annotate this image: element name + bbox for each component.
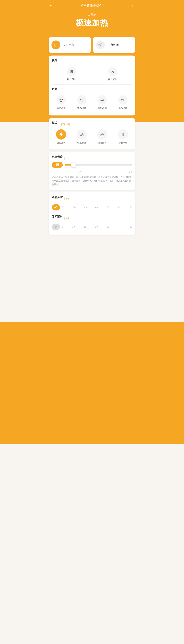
warm-high-button[interactable]: 暖风高挡 (52, 94, 71, 111)
light-delay-badge[interactable]: off (52, 224, 60, 230)
dry-icon (118, 129, 128, 140)
light-delay-row: off 5 10 15 20 30 45 60 (52, 224, 132, 230)
bath-delay-title-row: 浴霸延时 | off (52, 196, 132, 202)
temp-current-label: 30℃ (66, 157, 72, 160)
vent-high-label: 换气高挡 (67, 78, 76, 81)
svg-line-11 (60, 100, 61, 101)
blow-low-label: 吹风低挡 (118, 106, 127, 109)
temp-mark-35: 35 (78, 171, 81, 174)
light-delay-5[interactable]: 5 (62, 226, 63, 228)
bath-delay-row: off 15 30 45 60 75 90 120 (52, 204, 132, 210)
svg-point-3 (61, 99, 62, 100)
stop-icon: ⊖ (51, 40, 60, 49)
mode-title: 模式 (52, 121, 57, 125)
light-delay-options: 5 10 15 20 30 45 60 (62, 226, 132, 228)
hero-title: 极速加热 (46, 18, 138, 28)
bath-delay-current: off (66, 197, 69, 200)
blow-low-icon (118, 95, 127, 104)
svg-point-1 (71, 71, 72, 72)
bath-delay-75[interactable]: 75 (106, 206, 109, 208)
warm-low-button[interactable]: 暖风低挡 (72, 94, 91, 111)
temp-marks: 25 35 – 45 (52, 171, 132, 174)
ventilation-title: 换气 (52, 59, 132, 62)
menu-button[interactable]: ⋮ (131, 3, 135, 8)
svg-line-8 (60, 98, 61, 99)
bath-delay-120[interactable]: 120 (128, 206, 132, 208)
blow-low-button[interactable]: 吹风低挡 (113, 94, 132, 111)
open-light-button[interactable]: 开启照明 (93, 37, 135, 53)
bath-delay-title: 浴霸延时 (52, 196, 63, 199)
back-button[interactable]: ← (49, 3, 53, 8)
temp-slider[interactable] (65, 162, 132, 168)
warm-low-label: 暖风低挡 (77, 106, 86, 109)
mode-card: 模式 | 极速加热 极速加热 (49, 118, 135, 150)
warm-high-icon (57, 95, 66, 104)
mode-fast-defog-button[interactable]: 快速除雾 (72, 128, 91, 146)
light-delay-45[interactable]: 45 (118, 226, 121, 228)
bath-delay-90[interactable]: 90 (117, 206, 120, 208)
temp-thumb[interactable] (71, 162, 76, 167)
header-title: 米家智能浴霸Pro (81, 3, 103, 7)
wind-title: 送风 (52, 87, 132, 91)
mode-fast-defog-label: 快速除雾 (77, 141, 86, 144)
bath-delay-15[interactable]: 15 (62, 206, 64, 208)
vent-low-icon (108, 67, 117, 76)
svg-line-9 (62, 100, 62, 101)
bath-delay-45[interactable]: 45 (84, 206, 87, 208)
light-delay-title: 照明延时 (52, 215, 63, 219)
fast-defog-icon (77, 129, 87, 140)
temp-title-row: 目标温度 | 30℃ (52, 155, 132, 162)
light-delay-15[interactable]: 15 (84, 226, 86, 228)
temperature-card: 目标温度 | 30℃ 25 25 35 – 45 设置温度后，极速加热、暖风和恒… (49, 152, 135, 190)
bath-delay-card: 浴霸延时 | off off 15 30 45 60 75 90 120 照明延… (49, 192, 135, 235)
mode-current: 极速加热 (61, 123, 70, 126)
bath-delay-options: 15 30 45 60 75 90 120 (62, 206, 132, 208)
header: ← 米家智能浴霸Pro ⋮ (46, 0, 138, 9)
mode-title-row: 模式 | 极速加热 (52, 121, 132, 128)
cards-container: ⊖ 停止浴霸 开启照明 换气 (46, 35, 138, 240)
light-label: 开启照明 (107, 43, 119, 47)
warm-low-icon (77, 95, 86, 104)
temp-track (65, 164, 132, 166)
temp-badge: 25 (52, 162, 63, 168)
blow-high-icon (98, 95, 107, 104)
hero-section: 已开启 极速加热 (46, 9, 138, 35)
light-delay-10[interactable]: 10 (72, 226, 75, 228)
mode-const-defog-button[interactable]: 恒温除雾 (93, 128, 112, 146)
svg-point-0 (99, 44, 101, 46)
light-delay-30[interactable]: 30 (107, 226, 109, 228)
mode-fast-heat-button[interactable]: 极速加热 (52, 128, 71, 146)
svg-marker-17 (59, 132, 63, 137)
bath-delay-badge[interactable]: off (52, 204, 60, 210)
blow-high-button[interactable]: 吹风高挡 (93, 94, 112, 111)
vent-low-button[interactable]: 换气低挡 (93, 65, 132, 83)
bath-delay-60[interactable]: 60 (95, 206, 98, 208)
vent-low-label: 换气低挡 (108, 78, 117, 81)
light-icon (96, 40, 105, 49)
fast-heat-icon (56, 129, 66, 140)
vent-high-button[interactable]: 换气高挡 (52, 65, 91, 83)
const-defog-icon (97, 129, 107, 140)
hero-subtitle: 已开启 (46, 13, 138, 16)
bath-delay-30[interactable]: 30 (73, 206, 76, 208)
mode-const-defog-label: 恒温除雾 (98, 141, 107, 144)
mode-row: 极速加热 快速除雾 (52, 128, 132, 146)
temp-mark-45: 45 (129, 171, 132, 174)
temp-title: 目标温度 (52, 155, 63, 159)
blow-high-label: 吹风高挡 (98, 106, 107, 109)
mode-dry-label: 智能干燥 (118, 141, 127, 144)
ventilation-wind-card: 换气 换气高挡 (49, 56, 135, 116)
svg-point-12 (81, 99, 82, 100)
svg-point-2 (112, 71, 113, 72)
ventilation-row: 换气高挡 换气低挡 (52, 65, 132, 83)
temp-note: 设置温度后，极速加热、暖风和恒温除雾模式下会自动调节浴室温度。设置温度需高于浴室… (52, 176, 132, 186)
mode-dry-button[interactable]: 智能干燥 (113, 128, 132, 146)
vent-high-icon (67, 67, 76, 76)
light-delay-title-row: 照明延时 | off (52, 215, 132, 222)
svg-line-10 (62, 98, 62, 99)
stop-label: 停止浴霸 (63, 43, 74, 47)
light-delay-60[interactable]: 60 (130, 226, 132, 228)
stop-bath-button[interactable]: ⊖ 停止浴霸 (49, 37, 91, 53)
wind-row: 暖风高挡 暖风低挡 (52, 94, 132, 111)
light-delay-20[interactable]: 20 (95, 226, 98, 228)
